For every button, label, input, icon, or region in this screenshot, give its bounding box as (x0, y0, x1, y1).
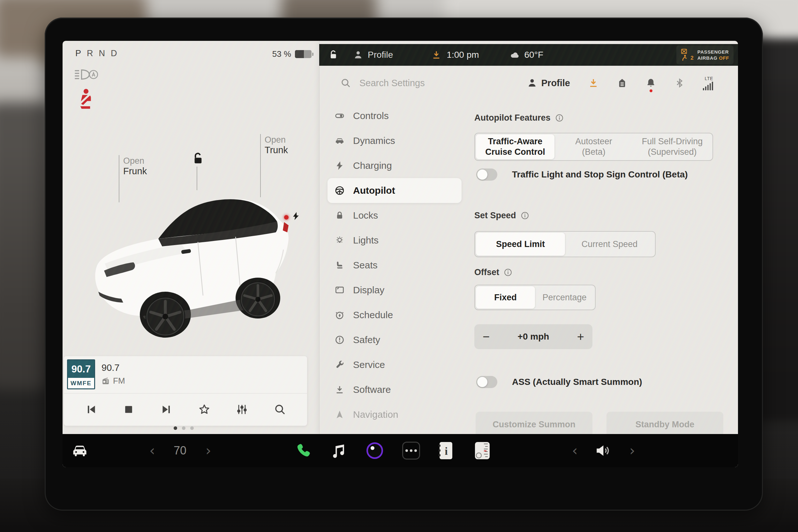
search-icon[interactable] (340, 78, 351, 89)
sidebar-item-label: Schedule (353, 309, 393, 320)
weather-cloud-icon (510, 50, 520, 60)
sidebar-item-service[interactable]: Service (327, 352, 461, 377)
smart-summon-toggle-label: ASS (Actually Smart Summon) (512, 377, 642, 387)
page-dot[interactable] (182, 426, 186, 430)
sidebar-item-locks[interactable]: Locks (327, 203, 461, 228)
sidebar-item-label: Lights (353, 235, 379, 246)
gear-n[interactable]: N (99, 49, 106, 58)
page-dot[interactable] (190, 426, 194, 430)
segment-option[interactable]: Percentage (535, 286, 594, 309)
profile-switcher[interactable]: Profile (527, 78, 570, 89)
volume-button[interactable] (594, 442, 612, 459)
sidebar-item-lights[interactable]: Lights (327, 228, 461, 253)
car-controls-button[interactable] (70, 442, 89, 459)
increase-button[interactable]: + (577, 330, 584, 343)
dashcam-app-icon[interactable] (366, 442, 383, 459)
svg-text:i: i (445, 445, 448, 457)
smart-summon-toggle[interactable] (476, 376, 497, 388)
open-trunk-label[interactable]: Open Trunk (265, 135, 288, 155)
info-icon[interactable] (555, 114, 564, 122)
clock-label: 1:00 pm (446, 50, 479, 60)
station-logo[interactable]: 90.7 WMFE (67, 359, 95, 390)
software-update-icon[interactable] (588, 78, 599, 89)
front-wheel (146, 297, 185, 336)
radio-tuner-app-icon[interactable] (474, 441, 490, 460)
active-profile-label[interactable]: Profile (368, 50, 393, 60)
sidebar-item-display[interactable]: Display (327, 278, 461, 303)
sidebar-item-software[interactable]: Software (327, 377, 461, 402)
vehicle-unlocked-icon[interactable] (328, 50, 338, 60)
music-app-icon[interactable] (330, 442, 348, 459)
info-icon[interactable] (504, 268, 512, 277)
lights-icon (335, 235, 345, 245)
equalizer-icon[interactable] (235, 403, 248, 416)
tesla-touchscreen: P R N D 53 % (62, 41, 738, 467)
traffic-light-toggle[interactable] (476, 169, 497, 180)
volume-down-chevron[interactable]: ‹ (572, 443, 578, 458)
cellular-signal-icon[interactable]: LTE (703, 76, 713, 90)
sidebar-item-label: Software (353, 384, 391, 395)
sidebar-item-schedule[interactable]: Schedule (327, 303, 461, 327)
sidebar-item-dynamics[interactable]: Dynamics (327, 128, 461, 153)
software-download-icon[interactable] (431, 50, 441, 60)
sidebar-item-label: Seats (353, 260, 378, 271)
sidebar-item-label: Safety (353, 335, 380, 345)
airbag-label-line2: AIRBAG OFF (698, 55, 729, 61)
segment-option[interactable]: Fixed (476, 286, 535, 309)
phone-app-icon[interactable] (294, 442, 312, 459)
standby-mode-button[interactable]: Standby Mode (607, 412, 723, 437)
sidebar-item-charging[interactable]: Charging (327, 153, 461, 178)
sidebar-item-label: Controls (353, 110, 389, 121)
page-dot[interactable] (174, 426, 177, 430)
segment-option[interactable]: Traffic-AwareCruise Control (476, 134, 554, 159)
customize-summon-button[interactable]: Customize Summon (476, 412, 592, 437)
top-status-bar: Profile 1:00 pm 60°F (319, 44, 738, 66)
favorite-star-icon[interactable] (198, 403, 211, 416)
offset-title-text: Offset (474, 267, 499, 277)
segment-option[interactable]: Autosteer(Beta) (554, 134, 633, 159)
segment-option[interactable]: Current Speed (565, 233, 654, 255)
lock-pointer-line (197, 167, 197, 190)
sidebar-item-safety[interactable]: Safety (327, 327, 461, 352)
media-source-label: FM (113, 376, 125, 386)
sidebar-item-label: Service (353, 359, 385, 370)
more-apps-button[interactable] (402, 442, 420, 459)
open-frunk-label[interactable]: Open Frunk (123, 156, 147, 176)
segment-option[interactable]: Full Self-Driving(Supervised) (633, 134, 711, 159)
gear-r[interactable]: R (87, 49, 94, 58)
owners-manual-app-icon[interactable]: i (438, 441, 453, 460)
temp-increase-chevron[interactable]: › (206, 443, 211, 458)
volume-up-chevron[interactable]: › (629, 443, 635, 458)
search-settings-input[interactable]: Search Settings (359, 78, 425, 89)
sidebar-item-navigation[interactable]: Navigation (327, 402, 461, 427)
release-notes-icon[interactable] (617, 78, 628, 89)
sidebar-item-seats[interactable]: Seats (327, 253, 461, 278)
outside-temp-label: 60°F (525, 50, 543, 60)
media-search-icon[interactable] (273, 403, 286, 416)
info-icon[interactable] (520, 211, 529, 220)
car-3d-view[interactable] (86, 190, 294, 344)
next-track-icon[interactable] (160, 403, 173, 416)
service-icon (335, 360, 345, 370)
interior-temp-label[interactable]: 70 (174, 444, 186, 457)
locks-icon (335, 210, 345, 221)
sidebar-item-controls[interactable]: Controls (327, 103, 461, 128)
gear-p[interactable]: P (75, 49, 81, 58)
media-page-indicator[interactable] (174, 426, 194, 430)
battery-percent-label: 53 % (272, 49, 291, 59)
segment-option[interactable]: Speed Limit (476, 233, 565, 255)
gear-indicator[interactable]: P R N D (75, 49, 117, 58)
unlocked-icon[interactable] (191, 152, 204, 165)
profile-icon[interactable] (353, 50, 363, 60)
notifications-bell-icon[interactable] (645, 78, 656, 89)
gear-d[interactable]: D (111, 49, 117, 58)
bluetooth-icon[interactable] (674, 78, 685, 89)
decrease-button[interactable]: − (482, 330, 490, 343)
previous-track-icon[interactable] (84, 403, 97, 416)
sidebar-item-autopilot[interactable]: Autopilot (327, 178, 461, 203)
dashcam-lens-icon (366, 442, 383, 459)
temp-decrease-chevron[interactable]: ‹ (149, 443, 155, 458)
tesla-display-bezel: P R N D 53 % (45, 18, 763, 511)
stop-icon[interactable] (122, 403, 135, 416)
safety-icon (335, 335, 345, 345)
